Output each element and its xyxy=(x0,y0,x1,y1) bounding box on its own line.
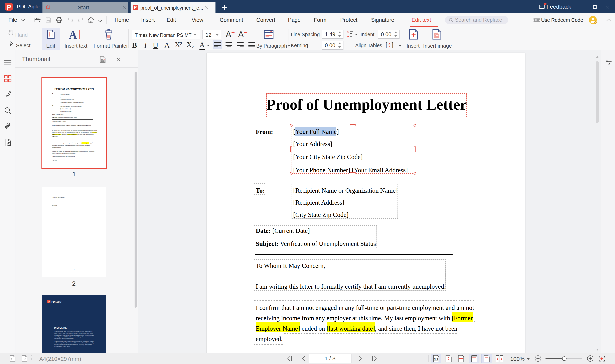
svg-text:1:1: 1:1 xyxy=(434,358,438,361)
